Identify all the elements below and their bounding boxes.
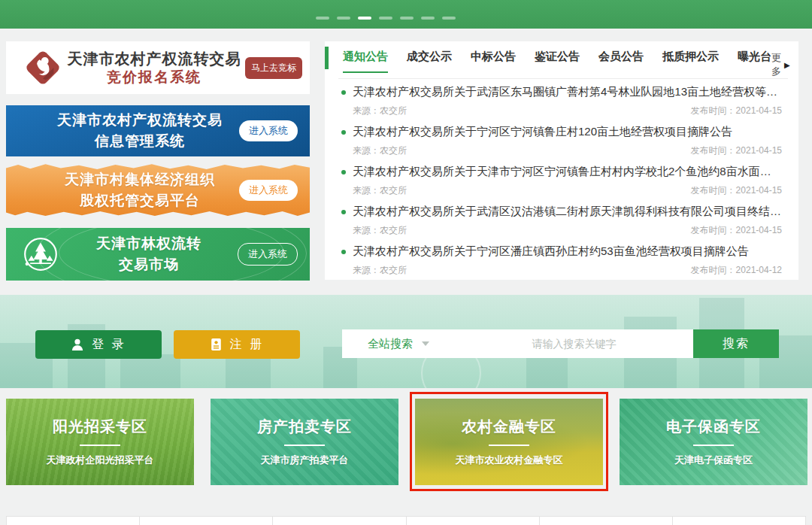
homepage: 天津市农村产权流转交易 竞价报名系统 马上去竞标 天津市农村产权流转交易 信息管…: [0, 0, 812, 525]
zone-card-e-guarantee[interactable]: 电子保函专区 天津电子保函专区: [620, 399, 807, 485]
list-item: 天津农村产权交易所关于武清区东马圈镇广善村第4号林业队园地13亩土地经营权等4个…: [341, 85, 782, 125]
carousel-dash[interactable]: [316, 17, 329, 20]
forest-market-banner[interactable]: 天津市林权流转 交易市场 进入系统: [6, 228, 310, 281]
announcement-tabs-row: 通知公告 成交公示 中标公告 鉴证公告 会员公告 抵质押公示 曝光台 更多 ▶: [325, 41, 798, 78]
grid-cell: [139, 516, 273, 525]
tab-certification[interactable]: 鉴证公告: [535, 50, 580, 73]
more-arrow-icon: ▶: [784, 61, 790, 69]
announcement-link[interactable]: 天津农村产权交易所关于武清区汉沽港镇二街村原天津凯得利科技有限公司项目终结公告: [341, 205, 782, 219]
bullet-icon: [341, 130, 346, 135]
logo-title: 天津市农村产权流转交易: [63, 50, 245, 68]
search-scope-select[interactable]: 全站搜索: [342, 337, 455, 351]
news-date: 发布时间：2021-04-15: [691, 144, 782, 157]
skyline-decoration: [120, 354, 180, 388]
carousel-dash[interactable]: [379, 17, 392, 20]
separator: [693, 445, 734, 446]
news-date: 发布时间：2021-04-15: [691, 224, 782, 237]
hero-search-section: 登 录 注 册 全站搜索 搜索: [0, 295, 812, 388]
list-item: 天津农村产权交易所关于宁河区潘庄镇西孙庄村约53亩鱼池经营权项目摘牌公告 来源：…: [341, 244, 782, 284]
grid-cell: [672, 516, 806, 525]
bullet-icon: [341, 170, 346, 174]
list-item: 天津农村产权交易所关于天津市宁河区宁河镇鲁庄村村内学校北2个鱼池约8亩水面经营.…: [341, 165, 782, 205]
announcement-link[interactable]: 天津农村产权交易所关于武清区东马圈镇广善村第4号林业队园地13亩土地经营权等4个…: [341, 85, 782, 99]
enter-info-system-button[interactable]: 进入系统: [239, 120, 298, 141]
tab-winning-bid[interactable]: 中标公告: [471, 50, 516, 73]
forest-market-title: 天津市林权流转 交易市场: [60, 233, 238, 275]
user-icon: [71, 338, 84, 351]
news-source: 来源：农交所: [353, 144, 407, 157]
tab-notice[interactable]: 通知公告: [343, 50, 388, 73]
zone-card-sunshine-procurement[interactable]: 阳光招采专区 天津政村企阳光招采平台: [6, 399, 194, 485]
carousel-dash-active[interactable]: [358, 17, 371, 20]
carousel-dash[interactable]: [400, 17, 414, 20]
grid-cell: [539, 516, 673, 525]
search-bar: 全站搜索: [342, 329, 693, 358]
separator: [284, 445, 325, 446]
tab-deal-publicity[interactable]: 成交公示: [407, 50, 452, 73]
bullet-icon: [341, 210, 346, 214]
bullet-icon: [341, 250, 346, 254]
list-item: 天津农村产权交易所关于武清区汉沽港镇二街村原天津凯得利科技有限公司项目终结公告 …: [341, 205, 782, 244]
news-date: 发布时间：2021-04-15: [691, 105, 782, 117]
news-source: 来源：农交所: [353, 224, 407, 237]
separator: [80, 445, 120, 446]
carousel-dash[interactable]: [442, 17, 456, 20]
equity-platform-banner[interactable]: 天津市村集体经济组织 股权托管交易平台 进入系统: [6, 162, 310, 218]
register-button[interactable]: 注 册: [174, 330, 300, 359]
id-card-icon: [210, 338, 223, 351]
equity-platform-title: 天津市村集体经济组织 股权托管交易平台: [6, 169, 239, 211]
info-management-banner[interactable]: 天津市农村产权流转交易 信息管理系统 进入系统: [6, 105, 310, 156]
more-link[interactable]: 更多 ▶: [771, 50, 790, 78]
tab-exposure[interactable]: 曝光台: [738, 50, 771, 73]
separator: [489, 445, 529, 446]
zone-card-rural-finance[interactable]: 农村金融专区 天津市农业农村金融专区: [415, 399, 603, 485]
list-item: 天津农村产权交易所关于宁河区宁河镇鲁庄村120亩土地经营权项目摘牌公告 来源：农…: [341, 125, 782, 165]
announcement-link[interactable]: 天津农村产权交易所关于天津市宁河区宁河镇鲁庄村村内学校北2个鱼池约8亩水面经营.…: [341, 165, 782, 179]
tab-accent-bar: [325, 47, 329, 69]
carousel-indicators: [316, 17, 456, 20]
enter-equity-system-button[interactable]: 进入系统: [239, 180, 298, 201]
announcement-link[interactable]: 天津农村产权交易所关于宁河区潘庄镇西孙庄村约53亩鱼池经营权项目摘牌公告: [341, 244, 782, 259]
bidding-system-title: 天津市农村产权流转交易 竞价报名系统: [63, 50, 245, 86]
search-button[interactable]: 搜索: [693, 329, 779, 358]
tree-circle-icon: [21, 235, 60, 274]
bullet-icon: [341, 90, 346, 95]
carousel-banner-strip: [0, 0, 812, 29]
search-input[interactable]: [455, 338, 693, 350]
login-button[interactable]: 登 录: [35, 330, 162, 359]
news-date: 发布时间：2021-04-12: [691, 264, 782, 277]
news-source: 来源：农交所: [353, 184, 407, 197]
news-source: 来源：农交所: [353, 105, 407, 117]
news-source: 来源：农交所: [353, 264, 407, 277]
enter-forest-system-button[interactable]: 进入系统: [238, 243, 298, 266]
logo-subtitle: 竞价报名系统: [63, 68, 245, 86]
zone-card-property-auction[interactable]: 房产拍卖专区 天津市房产拍卖平台: [211, 399, 398, 485]
announcement-tabs: 通知公告 成交公示 中标公告 鉴证公告 会员公告 抵质押公示 曝光台: [343, 50, 771, 73]
bidding-system-card[interactable]: 天津市农村产权流转交易 竞价报名系统 马上去竞标: [6, 41, 310, 94]
news-date: 发布时间：2021-04-15: [691, 184, 782, 197]
announcement-list: 天津农村产权交易所关于武清区东马圈镇广善村第4号林业队园地13亩土地经营权等4个…: [325, 79, 798, 284]
carousel-dash[interactable]: [337, 17, 350, 20]
carousel-dash[interactable]: [421, 17, 435, 20]
announcement-link[interactable]: 天津农村产权交易所关于宁河区宁河镇鲁庄村120亩土地经营权项目摘牌公告: [341, 125, 782, 139]
grid-cell: [406, 516, 540, 525]
tab-member[interactable]: 会员公告: [598, 50, 644, 73]
stats-grid-partial: [6, 516, 806, 525]
grid-cell: [272, 516, 406, 525]
grid-cell: [6, 516, 140, 525]
chevron-down-icon: [422, 341, 429, 346]
brand-diamond-icon: [23, 47, 63, 88]
announcement-panel: 通知公告 成交公示 中标公告 鉴证公告 会员公告 抵质押公示 曝光台 更多 ▶ …: [325, 41, 798, 280]
info-management-title: 天津市农村产权流转交易 信息管理系统: [6, 110, 239, 151]
go-bid-button[interactable]: 马上去竞标: [245, 57, 302, 79]
tab-pledge[interactable]: 抵质押公示: [662, 50, 719, 73]
